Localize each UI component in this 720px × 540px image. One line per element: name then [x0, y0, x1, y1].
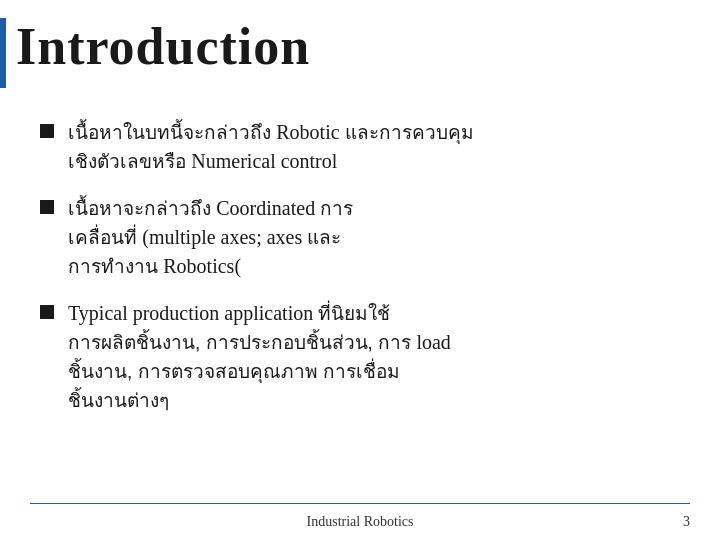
bullet-1-eng-robotic: Robotic: [276, 121, 344, 143]
bullet-1-eng-numerical: Numerical control: [191, 150, 337, 172]
bullet-item-3: Typical production application ที่นิยมใช…: [40, 299, 680, 415]
bullet-text-3: Typical production application ที่นิยมใช…: [68, 299, 451, 415]
slide-title: Introduction: [16, 18, 310, 75]
footer-title: Industrial Robotics: [60, 514, 660, 530]
bullet-2-eng-coordinated: Coordinated: [216, 197, 320, 219]
footer: Industrial Robotics 3: [30, 514, 690, 530]
bullet-item-1: เนื้อหาในบทนี้จะกล่าวถึง Robotic และการค…: [40, 118, 680, 176]
bullet-text-1: เนื้อหาในบทนี้จะกล่าวถึง Robotic และการค…: [68, 118, 474, 176]
bullet-3-eng-load: load: [416, 331, 450, 353]
bullet-icon-2: [40, 200, 54, 214]
bullet-icon-3: [40, 305, 54, 319]
bullet-2-thai-prefix: เนื้อหาจะกล่าวถึง: [68, 198, 216, 219]
bullet-3-thai-2: ชิ้นงาน, การตรวจสอบคุณภาพ การเชื่อมชิ้นง…: [68, 361, 400, 411]
bullet-icon-1: [40, 124, 54, 138]
footer-line: [30, 503, 690, 505]
bullet-text-2: เนื้อหาจะกล่าวถึง Coordinated การเคลื่อน…: [68, 194, 353, 281]
content-area: เนื้อหาในบทนี้จะกล่าวถึง Robotic และการค…: [0, 98, 720, 443]
bullet-3-eng-typical: Typical production application: [68, 302, 318, 324]
bullet-item-2: เนื้อหาจะกล่าวถึง Coordinated การเคลื่อน…: [40, 194, 680, 281]
slide-container: Introduction เนื้อหาในบทนี้จะกล่าวถึง Ro…: [0, 0, 720, 540]
title-accent-bar: [0, 18, 6, 88]
footer-page-number: 3: [660, 514, 690, 530]
bullet-2-eng-axes: (multiple axes; axes: [142, 226, 307, 248]
title-section: Introduction: [0, 0, 720, 98]
bullet-2-eng-robotics: Robotics(: [163, 255, 241, 277]
bullet-1-thai-prefix: เนื้อหาในบทนี้จะกล่าวถึง: [68, 122, 276, 143]
